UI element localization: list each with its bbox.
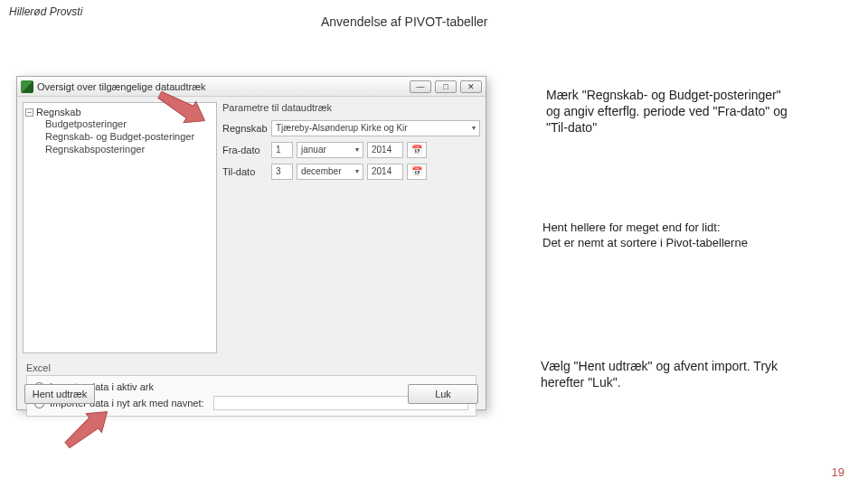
titlebar[interactable]: Oversigt over tilgængelige dataudtræk — … — [17, 77, 486, 97]
window-title: Oversigt over tilgængelige dataudtræk — [37, 81, 406, 92]
app-icon — [21, 80, 33, 93]
calendar-icon: 📅 — [411, 143, 422, 157]
til-year-field[interactable]: 2014 — [367, 164, 403, 180]
hent-udtraek-button[interactable]: Hent udtræk — [24, 384, 95, 404]
params-heading: Parametre til dataudtræk — [222, 102, 480, 113]
fra-calendar-button[interactable]: 📅 — [407, 142, 427, 158]
til-day-field[interactable]: 3 — [271, 164, 293, 180]
doc-header-left: Hillerød Provsti — [9, 5, 82, 18]
minimize-button[interactable]: — — [410, 80, 431, 93]
params-panel: Parametre til dataudtræk Regnskab Tjæreb… — [222, 102, 480, 353]
collapse-icon[interactable]: − — [25, 108, 33, 117]
regnskab-value: Tjæreby-Alsønderup Kirke og Kir — [276, 121, 408, 136]
tree-item-regnskabsposteringer[interactable]: Regnskabsposteringer — [45, 143, 214, 155]
fra-year-field[interactable]: 2014 — [367, 142, 403, 158]
regnskab-label: Regnskab — [222, 123, 266, 134]
chevron-down-icon: ▾ — [355, 143, 359, 157]
doc-header-center: Anvendelse af PIVOT-tabeller — [321, 14, 487, 29]
annotation-1: Mærk "Regnskab- og Budget-posteringer" o… — [546, 87, 790, 136]
fra-day-field[interactable]: 1 — [271, 142, 293, 158]
til-dato-label: Til-dato — [222, 166, 266, 177]
extract-tree[interactable]: − Regnskab Budgetposteringer Regnskab- o… — [23, 102, 217, 353]
regnskab-dropdown[interactable]: Tjæreby-Alsønderup Kirke og Kir ▾ — [271, 120, 480, 136]
til-month-dropdown[interactable]: december▾ — [297, 164, 363, 180]
annotation-2: Hent hellere for meget end for lidt: Det… — [542, 221, 805, 251]
excel-group-label: Excel — [26, 362, 476, 373]
data-extract-dialog: Oversigt over tilgængelige dataudtræk — … — [16, 76, 486, 410]
tree-root-label: Regnskab — [36, 107, 81, 117]
fra-month-dropdown[interactable]: januar▾ — [297, 142, 363, 158]
page-number: 19 — [832, 465, 844, 479]
chevron-down-icon: ▾ — [355, 164, 359, 179]
calendar-icon: 📅 — [411, 164, 422, 179]
fra-dato-label: Fra-dato — [222, 145, 266, 155]
chevron-down-icon: ▾ — [472, 121, 476, 136]
maximize-button[interactable]: □ — [435, 80, 457, 93]
til-calendar-button[interactable]: 📅 — [407, 164, 427, 180]
close-button[interactable]: ✕ — [460, 80, 482, 93]
annotation-3: Vælg "Hent udtræk" og afvent import. Try… — [541, 358, 801, 390]
tree-item-regnskab-budget[interactable]: Regnskab- og Budget-posteringer — [45, 130, 214, 143]
luk-button[interactable]: Luk — [408, 384, 478, 404]
